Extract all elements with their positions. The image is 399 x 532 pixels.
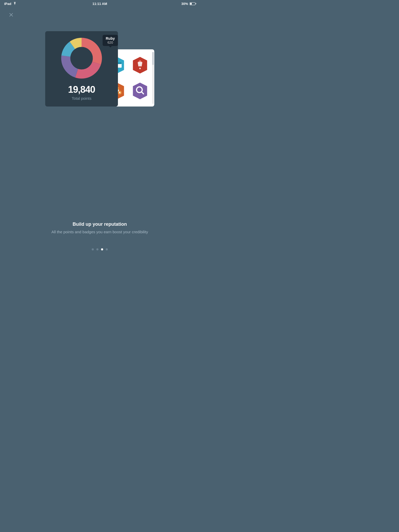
close-button[interactable]: [7, 11, 15, 19]
chart-card: Ruby 620 19,840 Total points: [45, 31, 118, 107]
tooltip-value: 620: [106, 41, 115, 44]
svg-marker-27: [133, 83, 147, 99]
page-dots: [0, 248, 200, 250]
donut-svg: [61, 37, 102, 79]
status-time: 11:11 AM: [92, 2, 107, 6]
battery-label: 30%: [181, 2, 188, 6]
page-dot-1[interactable]: [92, 248, 94, 250]
status-bar: iPad 11:11 AM 30%: [0, 0, 200, 7]
svg-point-5: [70, 47, 93, 69]
page-dot-2[interactable]: [96, 248, 98, 250]
battery-icon: [190, 2, 195, 5]
chart-total: 19,840 Total points: [68, 84, 95, 101]
status-left: iPad: [4, 2, 17, 6]
badge-ruby-icon: [131, 56, 149, 74]
tooltip-title: Ruby: [106, 36, 115, 41]
reputation-description: All the points and badges you earn boost…: [16, 229, 184, 235]
bottom-section: Build up your reputation All the points …: [0, 222, 200, 235]
reputation-title: Build up your reputation: [16, 222, 184, 227]
scrollbar[interactable]: [152, 52, 154, 104]
scrollbar-thumb: [152, 52, 154, 65]
page-dot-3[interactable]: [101, 248, 103, 250]
device-label: iPad: [4, 2, 11, 6]
badge-item-ruby[interactable]: [130, 54, 150, 77]
total-points-number: 19,840: [68, 84, 95, 95]
donut-container: Ruby 620: [61, 37, 102, 79]
badge-search-icon: [131, 82, 149, 100]
svg-point-19: [139, 68, 141, 69]
total-points-label: Total points: [68, 96, 95, 101]
main-content: Ruby 620 19,840 Total points: [0, 31, 200, 107]
badge-item-search[interactable]: [130, 79, 150, 102]
page-dot-4[interactable]: [106, 248, 108, 250]
status-right: 30%: [181, 2, 195, 6]
chart-tooltip: Ruby 620: [103, 35, 118, 46]
wifi-icon: [13, 2, 17, 6]
